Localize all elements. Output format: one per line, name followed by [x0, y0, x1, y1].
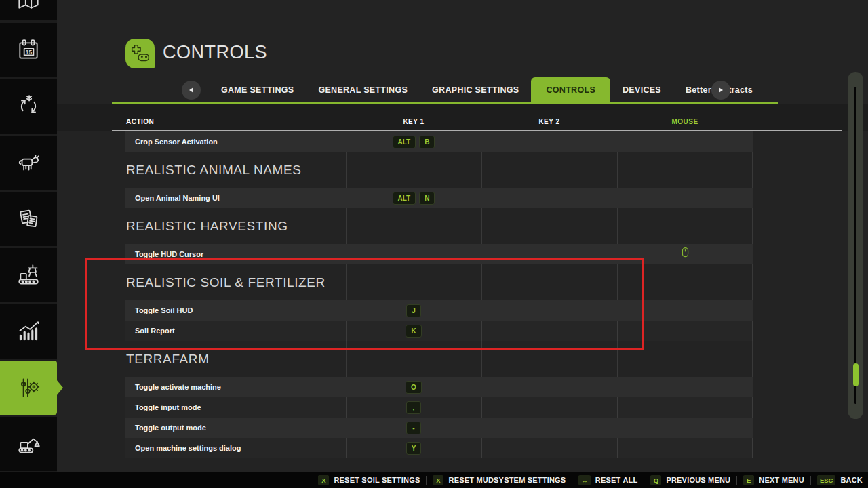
- tab-game-settings[interactable]: GAME SETTINGS: [209, 77, 306, 103]
- hotkey-label: PREVIOUS MENU: [666, 476, 730, 484]
- tab-controls[interactable]: CONTROLS: [531, 77, 610, 103]
- action-label: Toggle output mode: [135, 418, 206, 438]
- hotkey-reset-mudsystem-settings[interactable]: XRESET MUDSYSTEM SETTINGS: [433, 475, 566, 485]
- key1-cell[interactable]: ALTB: [346, 131, 481, 152]
- hotkey-chip: ↔: [578, 475, 591, 485]
- animals-icon: [16, 150, 41, 176]
- mouse-cell[interactable]: [617, 418, 753, 438]
- left-arrow-icon: [189, 87, 193, 93]
- binding-row[interactable]: Toggle output mode-: [125, 418, 753, 438]
- mouse-cell[interactable]: [617, 131, 753, 152]
- key-chip: O: [406, 381, 422, 394]
- hotkey-chip: ESC: [817, 475, 836, 485]
- right-arrow-icon: [719, 87, 723, 93]
- highlight-annotation-box: [85, 258, 644, 350]
- map-icon: [16, 0, 41, 12]
- scrollbar-thumb[interactable]: [853, 363, 859, 386]
- scrollbar[interactable]: [848, 72, 863, 419]
- key2-cell[interactable]: [481, 131, 617, 152]
- hotkey-previous-menu[interactable]: QPREVIOUS MENU: [650, 475, 730, 485]
- key1-cell[interactable]: Y: [346, 438, 481, 458]
- mouse-icon: [681, 247, 690, 262]
- key2-cell[interactable]: [481, 377, 617, 397]
- table-header-divider: [112, 130, 842, 131]
- sidebar-item-construction[interactable]: [0, 417, 57, 471]
- sidebar-item-map[interactable]: [0, 0, 57, 20]
- key-chip: B: [419, 136, 435, 148]
- key-chip: N: [419, 192, 435, 205]
- hotkey-bar: XRESET SOIL SETTINGSXRESET MUDSYSTEM SET…: [0, 472, 868, 488]
- mouse-cell[interactable]: [617, 188, 753, 208]
- tab-devices[interactable]: DEVICES: [610, 77, 673, 103]
- key-chip: ALT: [393, 192, 416, 205]
- tab-general-settings[interactable]: GENERAL SETTINGS: [306, 77, 420, 103]
- page-title: CONTROLS: [163, 42, 267, 63]
- sidebar: 15: [0, 0, 57, 488]
- sidebar-item-settings[interactable]: [0, 361, 57, 415]
- crop-rotation-icon: [16, 94, 41, 119]
- footer-divider: [736, 476, 737, 485]
- construction-icon: [16, 431, 41, 457]
- key-chip: ALT: [393, 136, 416, 148]
- statistics-icon: [15, 319, 42, 344]
- sidebar-item-contracts[interactable]: [0, 192, 57, 246]
- binding-row[interactable]: Toggle input mode,: [125, 397, 753, 418]
- svg-text:15: 15: [26, 49, 33, 56]
- mouse-cell[interactable]: [617, 377, 753, 397]
- production-icon: [16, 262, 41, 288]
- mouse-cell[interactable]: [617, 397, 753, 418]
- key-chip: Y: [406, 442, 422, 455]
- key2-cell[interactable]: [481, 418, 617, 438]
- key1-cell[interactable]: O: [346, 377, 481, 397]
- mouse-cell[interactable]: [617, 438, 753, 458]
- action-label: Open Animal Naming UI: [135, 188, 220, 208]
- key2-cell[interactable]: [481, 188, 617, 208]
- section-title: REALISTIC HARVESTING: [126, 218, 288, 235]
- footer-divider: [572, 476, 572, 485]
- column-header-action: ACTION: [126, 118, 154, 125]
- sidebar-item-calendar[interactable]: 15: [0, 23, 57, 77]
- scrollbar-track[interactable]: [854, 87, 856, 404]
- tabs-prev-button[interactable]: [182, 81, 201, 100]
- controls-settings-screen: 15 CONTROLS GAME SETTINGSGENERAL SETTING…: [0, 0, 868, 488]
- footer-divider: [810, 476, 811, 485]
- hotkey-chip: X: [318, 475, 329, 485]
- action-label: Toggle activate machine: [135, 377, 221, 397]
- binding-row[interactable]: Toggle activate machineO: [125, 377, 753, 397]
- gamepad-icon: [125, 39, 155, 68]
- hotkey-reset-soil-settings[interactable]: XRESET SOIL SETTINGS: [318, 475, 420, 485]
- key-chip: -: [406, 422, 421, 434]
- tab-graphic-settings[interactable]: GRAPHIC SETTINGS: [420, 77, 531, 103]
- hotkey-reset-all[interactable]: ↔RESET ALL: [578, 475, 637, 485]
- contracts-icon: [16, 206, 41, 232]
- key2-cell[interactable]: [481, 397, 617, 418]
- key1-cell[interactable]: ,: [346, 397, 481, 418]
- action-label: Open machine settings dialog: [135, 438, 241, 458]
- hotkey-label: RESET SOIL SETTINGS: [334, 476, 420, 484]
- hotkey-chip: Q: [650, 475, 661, 485]
- binding-row[interactable]: Open Animal Naming UIALTN: [125, 188, 753, 208]
- key1-cell[interactable]: ALTN: [346, 188, 481, 208]
- column-header-mouse: MOUSE: [617, 118, 753, 125]
- footer-divider: [644, 476, 644, 485]
- hotkey-back[interactable]: ESCBACK: [817, 475, 863, 485]
- sidebar-item-animals[interactable]: [0, 136, 57, 190]
- active-notch-icon: [57, 386, 60, 390]
- settings-icon: [16, 375, 41, 401]
- hotkey-label: NEXT MENU: [759, 476, 804, 484]
- hotkey-label: RESET ALL: [595, 476, 638, 484]
- hotkey-label: RESET MUDSYSTEM SETTINGS: [448, 476, 566, 484]
- sidebar-item-statistics[interactable]: [0, 304, 57, 359]
- key-chip: ,: [406, 401, 421, 414]
- hotkey-label: BACK: [840, 476, 863, 484]
- sidebar-item-crop-rotation[interactable]: [0, 79, 57, 134]
- key1-cell[interactable]: -: [346, 418, 481, 438]
- hotkey-next-menu[interactable]: ENEXT MENU: [743, 475, 804, 485]
- tabs-next-button[interactable]: [711, 81, 730, 100]
- action-label: Crop Sensor Activation: [135, 131, 218, 152]
- binding-row[interactable]: Crop Sensor ActivationALTB: [125, 131, 753, 152]
- column-header-key1: KEY 1: [346, 118, 481, 125]
- key2-cell[interactable]: [481, 438, 617, 458]
- sidebar-item-production[interactable]: [0, 248, 57, 302]
- binding-row[interactable]: Open machine settings dialogY: [125, 438, 753, 458]
